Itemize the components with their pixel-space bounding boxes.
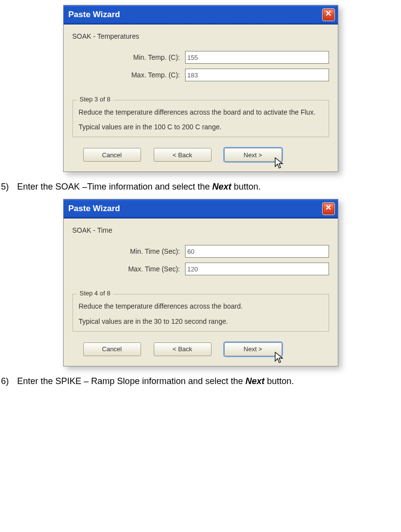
- instruction-bold: Next: [212, 182, 232, 192]
- instruction-step-6: 6) Enter the SPIKE – Ramp Slope informat…: [1, 376, 401, 387]
- min-input[interactable]: [185, 51, 329, 64]
- button-row: Cancel < Back Next >: [72, 342, 329, 359]
- back-button[interactable]: < Back: [154, 148, 212, 162]
- form-row-min: Min. Temp. (C):: [72, 51, 329, 64]
- cancel-label: Cancel: [102, 151, 121, 159]
- next-label: Next >: [244, 151, 262, 159]
- next-button[interactable]: Next >: [224, 342, 282, 356]
- dialog-body: SOAK - Time Min. Time (Sec): Max. Time (…: [64, 218, 338, 365]
- instruction-number: 5): [1, 182, 15, 192]
- min-input[interactable]: [185, 245, 329, 258]
- min-label: Min. Time (Sec):: [72, 247, 185, 255]
- instruction-text: Enter the SOAK –Time information and sel…: [17, 182, 212, 192]
- window-title: Paste Wizard: [69, 204, 120, 214]
- close-icon: ✕: [325, 203, 331, 212]
- form-row-min: Min. Time (Sec):: [72, 245, 329, 258]
- window-title: Paste Wizard: [69, 10, 120, 20]
- back-button[interactable]: < Back: [154, 342, 212, 356]
- close-button[interactable]: ✕: [322, 8, 335, 21]
- instruction-text: Enter the SPIKE – Ramp Slope information…: [17, 376, 245, 386]
- max-input[interactable]: [185, 263, 329, 275]
- back-label: < Back: [172, 345, 192, 353]
- back-label: < Back: [172, 151, 192, 159]
- titlebar: Paste Wizard ✕: [64, 199, 338, 218]
- dialog-body: SOAK - Temperatures Min. Temp. (C): Max.…: [64, 24, 338, 171]
- step-description: Reduce the temperature differences acros…: [79, 107, 323, 117]
- form-row-max: Max. Time (Sec):: [72, 263, 329, 275]
- step-info-box: Step 4 of 8 Reduce the temperature diffe…: [72, 294, 329, 331]
- instruction-text-after: button.: [264, 376, 294, 386]
- close-button[interactable]: ✕: [322, 202, 335, 215]
- dialog-screenshot-2: Paste Wizard ✕ SOAK - Time Min. Time (Se…: [0, 199, 401, 366]
- dialog-subtitle: SOAK - Time: [72, 226, 329, 234]
- min-label: Min. Temp. (C):: [72, 53, 185, 61]
- document-page: Paste Wizard ✕ SOAK - Temperatures Min. …: [0, 0, 401, 403]
- cancel-button[interactable]: Cancel: [83, 342, 141, 356]
- step-legend: Step 3 of 8: [77, 96, 114, 103]
- close-icon: ✕: [325, 9, 331, 18]
- titlebar: Paste Wizard ✕: [64, 5, 338, 24]
- next-label: Next >: [244, 345, 262, 353]
- step-typical: Typical values are in the 100 C to 200 C…: [79, 123, 323, 131]
- instruction-bold: Next: [245, 376, 264, 386]
- next-button[interactable]: Next >: [224, 148, 282, 162]
- max-label: Max. Temp. (C):: [72, 71, 185, 79]
- wizard-dialog: Paste Wizard ✕ SOAK - Temperatures Min. …: [63, 5, 338, 172]
- instruction-number: 6): [1, 376, 15, 387]
- step-typical: Typical values are in the 30 to 120 seco…: [79, 317, 323, 325]
- step-legend: Step 4 of 8: [77, 290, 114, 297]
- step-info-box: Step 3 of 8 Reduce the temperature diffe…: [72, 100, 329, 137]
- step-description: Reduce the temperature differences acros…: [79, 301, 323, 311]
- wizard-dialog: Paste Wizard ✕ SOAK - Time Min. Time (Se…: [63, 199, 338, 366]
- cancel-label: Cancel: [102, 345, 121, 353]
- form-row-max: Max. Temp. (C):: [72, 69, 329, 81]
- dialog-screenshot-1: Paste Wizard ✕ SOAK - Temperatures Min. …: [0, 5, 401, 172]
- max-input[interactable]: [185, 69, 329, 81]
- dialog-subtitle: SOAK - Temperatures: [72, 32, 329, 40]
- instruction-step-5: 5) Enter the SOAK –Time information and …: [1, 182, 401, 192]
- instruction-text-after: button.: [232, 182, 261, 192]
- max-label: Max. Time (Sec):: [72, 265, 185, 273]
- cancel-button[interactable]: Cancel: [83, 148, 141, 162]
- button-row: Cancel < Back Next >: [72, 148, 329, 165]
